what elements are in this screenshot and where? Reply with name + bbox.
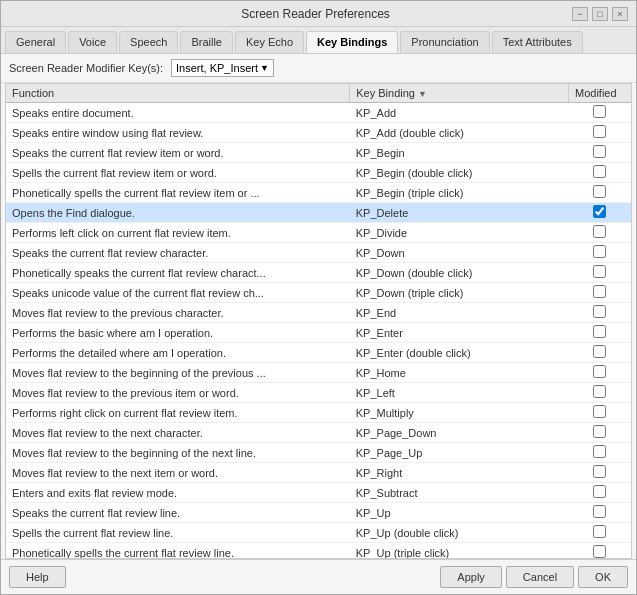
key-bindings-table-container[interactable]: Function Key Binding ▼ Modified Speaks e… [5, 83, 632, 559]
modified-checkbox[interactable] [593, 525, 606, 538]
modified-cell[interactable] [569, 263, 632, 283]
modifier-value: Insert, KP_Insert [176, 62, 258, 74]
close-button[interactable]: × [612, 7, 628, 21]
modified-cell[interactable] [569, 283, 632, 303]
modified-checkbox[interactable] [593, 445, 606, 458]
modified-cell[interactable] [569, 343, 632, 363]
function-cell: Performs the basic where am I operation. [6, 323, 350, 343]
function-cell: Speaks entire document. [6, 103, 350, 123]
modified-checkbox[interactable] [593, 125, 606, 138]
modified-checkbox[interactable] [593, 505, 606, 518]
modified-cell[interactable] [569, 423, 632, 443]
modified-checkbox[interactable] [593, 405, 606, 418]
binding-cell: KP_Begin (triple click) [350, 183, 569, 203]
tab-general[interactable]: General [5, 31, 66, 53]
modified-checkbox[interactable] [593, 345, 606, 358]
tab-voice[interactable]: Voice [68, 31, 117, 53]
tab-text-attributes[interactable]: Text Attributes [492, 31, 583, 53]
modified-cell[interactable] [569, 103, 632, 123]
modifier-select[interactable]: Insert, KP_Insert ▼ [171, 59, 274, 77]
table-row: Moves flat review to the next character.… [6, 423, 631, 443]
modified-cell[interactable] [569, 543, 632, 560]
modified-checkbox[interactable] [593, 145, 606, 158]
binding-cell: KP_Begin (double click) [350, 163, 569, 183]
function-cell: Enters and exits flat review mode. [6, 483, 350, 503]
binding-cell: KP_Multiply [350, 403, 569, 423]
modified-checkbox[interactable] [593, 165, 606, 178]
table-row: Phonetically spells the current flat rev… [6, 543, 631, 560]
modified-cell[interactable] [569, 463, 632, 483]
modified-cell[interactable] [569, 443, 632, 463]
tab-speech[interactable]: Speech [119, 31, 178, 53]
modified-checkbox[interactable] [593, 225, 606, 238]
binding-cell: KP_Page_Up [350, 443, 569, 463]
modified-checkbox[interactable] [593, 105, 606, 118]
sort-arrow-icon: ▼ [418, 89, 427, 99]
modified-checkbox[interactable] [593, 425, 606, 438]
binding-cell: KP_Delete [350, 203, 569, 223]
binding-cell: KP_Down (double click) [350, 263, 569, 283]
table-row: Moves flat review to the beginning of th… [6, 443, 631, 463]
function-cell: Opens the Find dialogue. [6, 203, 350, 223]
modified-checkbox[interactable] [593, 485, 606, 498]
modified-checkbox[interactable] [593, 465, 606, 478]
cancel-button[interactable]: Cancel [506, 566, 574, 588]
modified-cell[interactable] [569, 243, 632, 263]
minimize-button[interactable]: − [572, 7, 588, 21]
modified-checkbox[interactable] [593, 205, 606, 218]
apply-button[interactable]: Apply [440, 566, 502, 588]
modified-cell[interactable] [569, 383, 632, 403]
modifier-dropdown-icon: ▼ [260, 63, 269, 73]
modified-cell[interactable] [569, 223, 632, 243]
modified-cell[interactable] [569, 163, 632, 183]
binding-cell: KP_Add [350, 103, 569, 123]
modified-cell[interactable] [569, 503, 632, 523]
modified-checkbox[interactable] [593, 285, 606, 298]
modified-cell[interactable] [569, 183, 632, 203]
modified-checkbox[interactable] [593, 325, 606, 338]
modified-checkbox[interactable] [593, 185, 606, 198]
modified-cell[interactable] [569, 483, 632, 503]
modified-checkbox[interactable] [593, 245, 606, 258]
footer-left: Help [9, 566, 66, 588]
col-key-binding[interactable]: Key Binding ▼ [350, 84, 569, 103]
tab-key-echo[interactable]: Key Echo [235, 31, 304, 53]
modified-cell[interactable] [569, 363, 632, 383]
function-cell: Moves flat review to the next character. [6, 423, 350, 443]
binding-cell: KP_End [350, 303, 569, 323]
binding-cell: KP_Up (triple click) [350, 543, 569, 560]
modified-checkbox[interactable] [593, 365, 606, 378]
window-title: Screen Reader Preferences [59, 7, 572, 21]
tab-braille[interactable]: Braille [180, 31, 233, 53]
table-row: Performs right click on current flat rev… [6, 403, 631, 423]
table-row: Opens the Find dialogue.KP_Delete [6, 203, 631, 223]
table-row: Moves flat review to the beginning of th… [6, 363, 631, 383]
function-cell: Phonetically spells the current flat rev… [6, 543, 350, 560]
table-row: Moves flat review to the next item or wo… [6, 463, 631, 483]
binding-cell: KP_Begin [350, 143, 569, 163]
table-row: Speaks entire window using flat review.K… [6, 123, 631, 143]
modified-cell[interactable] [569, 523, 632, 543]
modified-cell[interactable] [569, 203, 632, 223]
main-window: Screen Reader Preferences − □ × General … [0, 0, 637, 595]
titlebar: Screen Reader Preferences − □ × [1, 1, 636, 27]
tab-bar: General Voice Speech Braille Key Echo Ke… [1, 27, 636, 54]
help-button[interactable]: Help [9, 566, 66, 588]
modified-checkbox[interactable] [593, 385, 606, 398]
ok-button[interactable]: OK [578, 566, 628, 588]
modified-cell[interactable] [569, 323, 632, 343]
modified-cell[interactable] [569, 303, 632, 323]
restore-button[interactable]: □ [592, 7, 608, 21]
modified-cell[interactable] [569, 143, 632, 163]
modified-checkbox[interactable] [593, 305, 606, 318]
tab-pronunciation[interactable]: Pronunciation [400, 31, 489, 53]
tab-key-bindings[interactable]: Key Bindings [306, 31, 398, 53]
modified-cell[interactable] [569, 123, 632, 143]
modified-checkbox[interactable] [593, 545, 606, 558]
table-row: Moves flat review to the previous charac… [6, 303, 631, 323]
modified-cell[interactable] [569, 403, 632, 423]
modifier-label: Screen Reader Modifier Key(s): [9, 62, 163, 74]
table-row: Moves flat review to the previous item o… [6, 383, 631, 403]
modified-checkbox[interactable] [593, 265, 606, 278]
titlebar-controls: − □ × [572, 7, 628, 21]
